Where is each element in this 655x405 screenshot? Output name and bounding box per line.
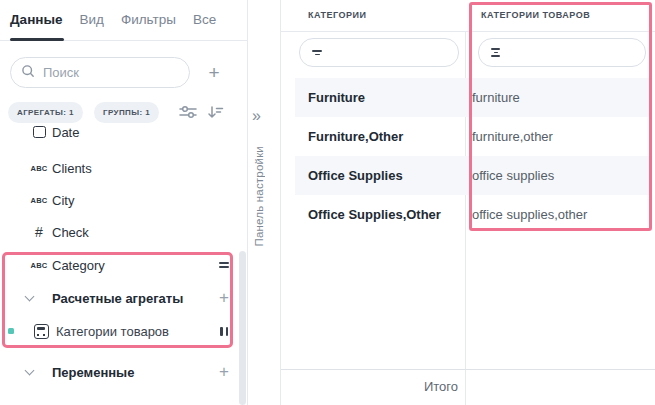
sort-button[interactable] xyxy=(207,104,225,124)
tab-view[interactable]: Вид xyxy=(79,12,103,27)
tab-filters[interactable]: Фильтры xyxy=(121,12,176,27)
abc-icon: ABC xyxy=(28,164,50,173)
filter-settings-button[interactable] xyxy=(178,104,198,124)
filter-icon xyxy=(491,48,500,57)
field-status-dot xyxy=(8,328,14,334)
header-divider xyxy=(281,31,655,32)
number-icon: # xyxy=(28,224,50,240)
dataset-editor-window: Данные Вид Фильтры Все Поиск + АГРЕГАТЫ:… xyxy=(0,0,655,405)
pause-icon[interactable] xyxy=(214,327,234,336)
tab-all[interactable]: Все xyxy=(193,12,216,27)
settings-panel-label: Панель настройки xyxy=(253,146,265,247)
table-row: Office Supplies office supplies xyxy=(295,156,651,195)
field-item-date[interactable]: Date xyxy=(0,126,236,145)
field-list: Date ABC Clients ABC City # Check ABC Ca… xyxy=(0,126,236,405)
settings-panel-divider xyxy=(280,0,281,405)
field-item-check[interactable]: # Check xyxy=(0,219,236,245)
groups-badge[interactable]: ГРУППЫ: 1 xyxy=(94,102,159,123)
search-placeholder: Поиск xyxy=(43,65,79,80)
table-row: Furniture furniture xyxy=(295,78,651,117)
aggregates-badge[interactable]: АГРЕГАТЫ: 1 xyxy=(8,102,83,123)
chevron-down-icon[interactable] xyxy=(18,297,40,300)
field-item-city[interactable]: ABC City xyxy=(0,187,236,213)
product-categories-filter-input[interactable] xyxy=(478,38,646,67)
expand-panel-button[interactable]: » xyxy=(252,107,261,125)
active-tab-underline xyxy=(10,38,64,41)
table-row: Furniture,Other furniture,other xyxy=(295,117,651,156)
sidebar-scrollbar[interactable] xyxy=(239,251,246,405)
add-aggregate-button[interactable]: + xyxy=(214,288,234,308)
search-input[interactable]: Поиск xyxy=(10,57,190,88)
field-item-clients[interactable]: ABC Clients xyxy=(0,155,236,181)
total-row-divider xyxy=(281,369,655,370)
abc-icon: ABC xyxy=(28,261,50,270)
column-header-product-categories: КАТЕГОРИИ ТОВАРОВ xyxy=(481,10,590,20)
sidebar-divider xyxy=(247,0,248,405)
field-item-product-categories[interactable]: Категории товаров xyxy=(0,318,236,344)
categories-filter-input[interactable] xyxy=(299,38,459,67)
search-icon xyxy=(21,64,35,82)
calendar-icon xyxy=(28,126,50,138)
abc-icon: ABC xyxy=(28,196,50,205)
table-row: Office Supplies,Other office supplies,ot… xyxy=(295,195,651,234)
section-variables[interactable]: Переменные + xyxy=(0,359,236,385)
chevron-down-icon[interactable] xyxy=(18,371,40,374)
tab-data[interactable]: Данные xyxy=(10,12,62,27)
add-field-button[interactable]: + xyxy=(203,62,225,84)
column-header-categories: КАТЕГОРИИ xyxy=(308,10,366,20)
total-label: Итого xyxy=(281,379,458,394)
calculator-icon xyxy=(30,324,52,339)
add-variable-button[interactable]: + xyxy=(214,362,234,382)
sidebar-tabs: Данные Вид Фильтры Все xyxy=(10,12,216,27)
grouping-icon[interactable] xyxy=(214,260,234,270)
section-calculated-aggregates[interactable]: Расчетные агрегаты + xyxy=(0,285,236,311)
filter-icon xyxy=(312,50,322,55)
field-item-category[interactable]: ABC Category xyxy=(0,252,236,278)
